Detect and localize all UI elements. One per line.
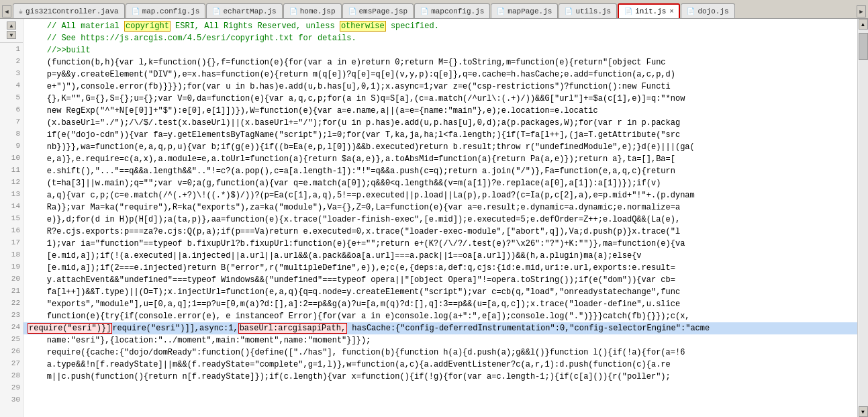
code-line-8: new RegExp("^"+N[e[0]]+"$"):e[0],e[1]])}… — [23, 105, 857, 117]
line-number-9: 9 — [2, 140, 23, 152]
line-number-20: 20 — [2, 273, 23, 285]
scroll-down-arrow[interactable]: ▼ — [7, 31, 16, 39]
code-line-3: //>>built — [23, 44, 857, 56]
code-line-4: (function(b,h){var l,k=function(){},f=fu… — [23, 56, 857, 68]
line-number-11: 11 — [2, 164, 23, 176]
gutter: ▲ ▼ 123456789101112131415161718192021222… — [0, 19, 23, 417]
line-number-14: 14 — [2, 200, 23, 212]
line-number-22: 22 — [2, 297, 23, 309]
line-number-19: 19 — [2, 261, 23, 273]
editor-container: ▲ ▼ 123456789101112131415161718192021222… — [0, 19, 868, 417]
code-line-20: [e.mid,a]);if(!(a.executed||a.injected||… — [23, 250, 857, 262]
code-line-16: Ra)};var Ma=ka("require"),R=ka("exports"… — [23, 201, 857, 214]
tab-icon-mapPageJs: 📄 — [497, 7, 505, 15]
line-number-16: 16 — [2, 224, 23, 236]
tab-gis321Controller[interactable]: ☕gis321Controller.java — [13, 3, 125, 18]
tab-echartMap[interactable]: 📄echartMap.js — [206, 3, 282, 18]
line-number-13: 13 — [2, 188, 23, 200]
tab-scroll-left[interactable]: ◀ — [2, 5, 11, 17]
line-number-29: 29 — [2, 381, 23, 393]
tab-icon-mapConfigJs: 📄 — [420, 7, 428, 15]
code-line-24: "exports","module"],u=[0,a,q];1==p?u=[0,… — [23, 298, 857, 310]
line-number-6: 6 — [2, 103, 23, 115]
code-line-21: [e.mid,a]);if(2===e.injected)return B("e… — [23, 262, 857, 274]
code-line-25: function(e){try{if(console.error(e), e i… — [23, 310, 857, 322]
line-number-12: 12 — [2, 176, 23, 188]
code-line-14: (t=ha[3]||w.main);q="";var v=0;a(g,funct… — [23, 177, 857, 189]
code-line-19: 1);var ia="function"==typeof b.fixupUrl?… — [23, 238, 857, 250]
tab-label-mapPageJs: mapPage.js — [508, 7, 552, 15]
code-line-2: // See https://js.arcgis.com/4.5/esri/co… — [23, 32, 857, 44]
scrollbar-track[interactable] — [859, 30, 868, 406]
tab-utilsJs[interactable]: 📄utils.js — [559, 3, 617, 18]
tab-label-echartMap: echartMap.js — [223, 7, 276, 15]
code-line-9: (x.baseUrl="./");/\/$/.test(x.baseUrl)||… — [23, 117, 857, 129]
line-number-28: 28 — [2, 369, 23, 381]
tab-icon-mapConfig: 📄 — [132, 7, 140, 15]
code-line-30: m||c.push(function(){return n[f.readySta… — [23, 371, 857, 383]
tab-label-initJs: init.js — [635, 7, 666, 15]
line-number-17: 17 — [2, 236, 23, 248]
code-line-10: if(e("dojo-cdn")){var fa=y.getElementsBy… — [23, 129, 857, 141]
line-number-30: 30 — [2, 393, 23, 406]
scrollbar-thumb[interactable] — [859, 33, 868, 60]
line-number-23: 23 — [2, 309, 23, 321]
line-number-4: 4 — [2, 79, 23, 91]
scrollbar-down[interactable]: ▼ — [859, 406, 868, 417]
line-number-2: 2 — [2, 55, 23, 67]
code-line-5: p=y&&y.createElement("DIV"),e=x.has=func… — [23, 68, 857, 81]
code-line-13: e.shift(),"..."==q&&a.length&&".."!=c?(a… — [23, 165, 857, 177]
line-number-8: 8 — [2, 128, 23, 140]
tab-icon-gis321Controller: ☕ — [19, 7, 23, 15]
tab-label-mapConfigJs: mapconfig.js — [431, 7, 484, 15]
tab-label-mapConfig: map.config.js — [142, 7, 200, 15]
code-line-27: name:"esri"},{location:"../moment",main:… — [23, 334, 857, 346]
code-line-17: e)},d;for(d in H)p(H[d]);a(ta,p)},aa=fun… — [23, 214, 857, 226]
line-number-26: 26 — [2, 345, 23, 357]
code-line-6: e+")"),console.error(fb)}}});for(var u i… — [23, 81, 857, 93]
code-line-22: y.attachEvent&&"undefined"===typeof Wind… — [23, 274, 857, 286]
code-line-11: nb})}},wa=function(e,a,q,p,u){var b;if(g… — [23, 141, 857, 153]
tab-dojoJs[interactable]: 📄dojo.js — [681, 3, 734, 18]
line-number-27: 27 — [2, 357, 23, 369]
code-line-28: require({cache:{"dojo/domReady":function… — [23, 346, 857, 359]
tab-close-initJs[interactable]: × — [669, 8, 673, 15]
tab-mapPageJs[interactable]: 📄mapPage.js — [491, 3, 558, 18]
tab-homeJsp[interactable]: 📄home.jsp — [283, 3, 342, 18]
tab-icon-emsPageJsp: 📄 — [348, 7, 356, 15]
line-number-1: 1 — [2, 43, 23, 55]
tab-icon-homeJsp: 📄 — [289, 7, 297, 15]
tab-icon-initJs: 📄 — [624, 7, 632, 15]
tab-mapConfigJs[interactable]: 📄mapconfig.js — [414, 3, 490, 18]
highlight-copyright: copyright — [124, 21, 171, 32]
tab-emsPageJsp[interactable]: 📄emsPage.jsp — [342, 3, 414, 18]
code-area[interactable]: // All material copyright ESRI, All Righ… — [23, 19, 857, 417]
tab-scroll-right[interactable]: ▶ — [857, 5, 866, 17]
line-number-18: 18 — [2, 248, 23, 261]
code-line-12: e,a)},e.require=c(a,x),a.module=e,a.toUr… — [23, 153, 857, 165]
highlight-baseurl: baseUrl:arcgisapiPath, — [238, 323, 347, 334]
highlight-require-esri: require("esri")}] — [28, 323, 112, 334]
comment-2: // See https://js.arcgis.com/4.5/esri/co… — [28, 34, 356, 43]
line-number-10: 10 — [2, 152, 23, 164]
scrollbar-up[interactable]: ▲ — [859, 19, 868, 30]
v-scrollbar[interactable]: ▲ ▼ — [857, 19, 868, 417]
line-numbers: 1234567891011121314151617181920212223242… — [0, 43, 23, 406]
line-number-24: 24 — [2, 321, 23, 333]
code-line-23: fa[l++])&&T.type)||(O=T);x.injectUrl=fun… — [23, 286, 857, 298]
comment-3: //>>built — [28, 46, 91, 55]
tab-icon-utilsJs: 📄 — [565, 7, 573, 15]
tab-initJs[interactable]: 📄init.js× — [618, 3, 680, 18]
scroll-up-arrow[interactable]: ▲ — [7, 21, 16, 30]
line-number-15: 15 — [2, 212, 23, 224]
line-number-25: 25 — [2, 333, 23, 345]
code-line-7: {},K="",G={},S={};u={};var V=0,da=functi… — [23, 93, 857, 105]
line-number-3: 3 — [2, 67, 23, 79]
code-line-26: require("esri")}]require("esri")]],async… — [23, 322, 857, 334]
tab-label-dojoJs: dojo.js — [697, 7, 728, 15]
tab-icon-echartMap: 📄 — [212, 7, 220, 15]
tab-label-emsPageJsp: emsPage.jsp — [359, 7, 408, 15]
tab-mapConfig[interactable]: 📄map.config.js — [126, 3, 206, 18]
highlight-otherwise: otherwise — [340, 21, 386, 32]
code-line-1: // All material copyright ESRI, All Righ… — [23, 20, 857, 32]
